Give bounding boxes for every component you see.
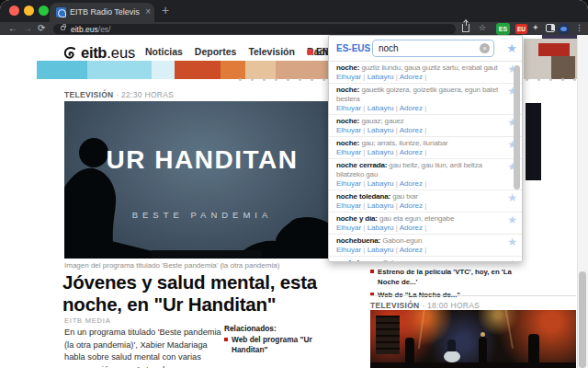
entry-term: nochebuena: xyxy=(336,236,380,245)
carousel-dot[interactable] xyxy=(537,78,540,81)
close-window-button[interactable] xyxy=(9,6,19,16)
dictionary-link-labayru[interactable]: Labayru xyxy=(368,246,394,254)
carousel-dot[interactable] xyxy=(263,78,266,81)
back-icon[interactable]: ← xyxy=(8,23,17,34)
browser-tab[interactable]: EITB Radio Televisión Públic × xyxy=(50,3,154,22)
dictionary-link-elhuyar[interactable]: Elhuyar xyxy=(336,104,361,112)
live-link[interactable]: EN xyxy=(307,47,329,57)
dictionary-link-elhuyar[interactable]: Elhuyar xyxy=(336,246,361,254)
carousel-dot[interactable] xyxy=(275,78,277,81)
carousel-dot[interactable] xyxy=(561,78,564,81)
dictionary-link-labayru[interactable]: Labayru xyxy=(368,179,394,188)
carousel-dot[interactable] xyxy=(251,78,254,81)
dictionary-link-adorez[interactable]: Adorez xyxy=(400,246,423,254)
light-beam-graphic xyxy=(418,310,425,349)
dictionary-link-adorez[interactable]: Adorez xyxy=(400,104,423,112)
dictionary-link-elhuyar[interactable]: Elhuyar xyxy=(336,73,361,81)
carousel-dot[interactable] xyxy=(322,78,325,81)
related-link[interactable]: Web del programa "Ur Handitan" xyxy=(224,335,344,355)
dictionary-link-adorez[interactable]: Adorez xyxy=(400,201,423,210)
entry-definition: gau txar xyxy=(392,192,418,201)
extensions-puzzle-icon[interactable]: ✦ xyxy=(532,23,539,32)
dictionary-link-labayru[interactable]: Labayru xyxy=(368,201,394,210)
entry-term: noche: xyxy=(336,139,359,147)
dictionary-entry: nochebuena: Gabon-gau Elhuyar | Labayru … xyxy=(329,257,522,261)
nav-noticias[interactable]: Noticias xyxy=(145,46,183,57)
dictionary-link-labayru[interactable]: Labayru xyxy=(368,104,394,112)
related-label: Relacionados: xyxy=(224,324,277,333)
maximize-window-button[interactable] xyxy=(39,6,49,16)
address-bar[interactable]: eitb.eus/es/ xyxy=(53,24,456,34)
tab-close-icon[interactable]: × xyxy=(145,6,151,17)
minimize-window-button[interactable] xyxy=(24,6,34,16)
link-separator: | xyxy=(423,104,426,112)
dictionary-link-labayru[interactable]: Labayru xyxy=(368,73,394,81)
entry-definition: Gabon-gau xyxy=(382,259,418,261)
search-input[interactable] xyxy=(372,40,494,57)
nav-televisión[interactable]: Televisión xyxy=(248,46,295,57)
extension-es-eus-icon[interactable]: ES xyxy=(496,23,510,35)
dictionary-link-labayru[interactable]: Labayru xyxy=(368,224,394,232)
dictionary-links: Elhuyar | Labayru | Adorez | xyxy=(336,73,498,83)
forward-icon[interactable]: → xyxy=(23,23,32,34)
bookmark-star-icon[interactable]: ☆ xyxy=(479,23,486,32)
carousel-dot[interactable] xyxy=(239,78,242,81)
related-link[interactable]: Estreno de la película 'VTC', hoy, en 'L… xyxy=(370,268,517,287)
entry-star-icon[interactable]: ★ xyxy=(507,236,517,247)
carousel-dot[interactable] xyxy=(526,78,528,81)
share-icon[interactable] xyxy=(462,24,469,32)
browser-window: EITB Radio Televisión Públic × + ← → ⟳ e… xyxy=(0,0,588,368)
dictionary-link-elhuyar[interactable]: Elhuyar xyxy=(336,224,361,232)
entry-term: noche: xyxy=(336,63,359,72)
dictionary-links: Elhuyar | Labayru | Adorez | xyxy=(336,126,498,136)
favorite-star-icon[interactable]: ★ xyxy=(506,42,517,55)
dictionary-entry: noche: guztiz ilundu, gaua guztiz sartu,… xyxy=(329,62,522,84)
profile-avatar[interactable] xyxy=(558,23,570,35)
logo-text: eitb xyxy=(81,44,107,62)
light-beam-graphic xyxy=(504,310,514,349)
dictionary-link-adorez[interactable]: Adorez xyxy=(400,179,423,188)
carousel-dot[interactable] xyxy=(549,78,552,81)
sidebar-story-image[interactable] xyxy=(370,310,576,368)
dictionary-link-labayru[interactable]: Labayru xyxy=(368,148,394,156)
dictionary-link-elhuyar[interactable]: Elhuyar xyxy=(336,179,361,188)
new-tab-button[interactable]: + xyxy=(162,3,169,17)
carousel-dot[interactable] xyxy=(299,78,301,81)
carousel-dot[interactable] xyxy=(311,78,313,81)
eitb-logo[interactable]: eitb.eus xyxy=(62,44,135,62)
dictionary-link-labayru[interactable]: Labayru xyxy=(368,126,394,134)
entry-star-icon[interactable]: ★ xyxy=(507,259,517,261)
dictionary-link-elhuyar[interactable]: Elhuyar xyxy=(336,148,361,156)
dictionary-link-adorez[interactable]: Adorez xyxy=(400,126,423,134)
dictionary-link-adorez[interactable]: Adorez xyxy=(400,148,423,156)
drummer-silhouette xyxy=(447,339,456,351)
extension-eu-es-icon[interactable]: EU xyxy=(515,24,527,34)
entry-term: nochebuena: xyxy=(336,259,380,261)
eitb-swirl-icon xyxy=(62,45,79,62)
bullet-square-icon xyxy=(370,270,374,273)
side-panel-icon[interactable] xyxy=(546,24,555,32)
dictionary-link-elhuyar[interactable]: Elhuyar xyxy=(336,201,361,210)
nav-deportes[interactable]: Deportes xyxy=(195,46,237,57)
entry-definition: gau beltz, gau ilun, ardi beltza xyxy=(389,161,482,169)
dictionary-links: Elhuyar | Labayru | Adorez | xyxy=(336,246,498,256)
dictionary-link-elhuyar[interactable]: Elhuyar xyxy=(336,126,361,134)
page-scrollbar-thumb[interactable] xyxy=(579,271,586,368)
popup-scrollbar-thumb[interactable] xyxy=(514,65,520,190)
reload-icon[interactable]: ⟳ xyxy=(38,23,45,34)
menu-kebab-icon[interactable]: ⋮ xyxy=(575,23,583,32)
clear-input-icon[interactable]: × xyxy=(480,43,490,53)
dictionary-link-adorez[interactable]: Adorez xyxy=(400,73,423,81)
entry-star-icon[interactable]: ★ xyxy=(507,192,517,203)
carousel-dot[interactable] xyxy=(287,78,289,81)
musician-silhouette xyxy=(528,334,539,366)
dictionary-link-adorez[interactable]: Adorez xyxy=(400,224,423,232)
article-headline[interactable]: Jóvenes y salud mental, esta noche, en "… xyxy=(62,271,349,316)
drum-graphic xyxy=(444,351,460,362)
carousel-dot[interactable] xyxy=(573,78,576,81)
direction-label: ES-EUS xyxy=(336,43,370,53)
image-caption: Imagen del programa titulado 'Beste pand… xyxy=(64,261,279,270)
entry-star-icon[interactable]: ★ xyxy=(507,214,517,225)
results-list: noche: guztiz ilundu, gaua guztiz sartu,… xyxy=(329,62,522,261)
article-hero-image[interactable]: UR HANDITAN BESTE PANDEMIA xyxy=(64,101,340,259)
